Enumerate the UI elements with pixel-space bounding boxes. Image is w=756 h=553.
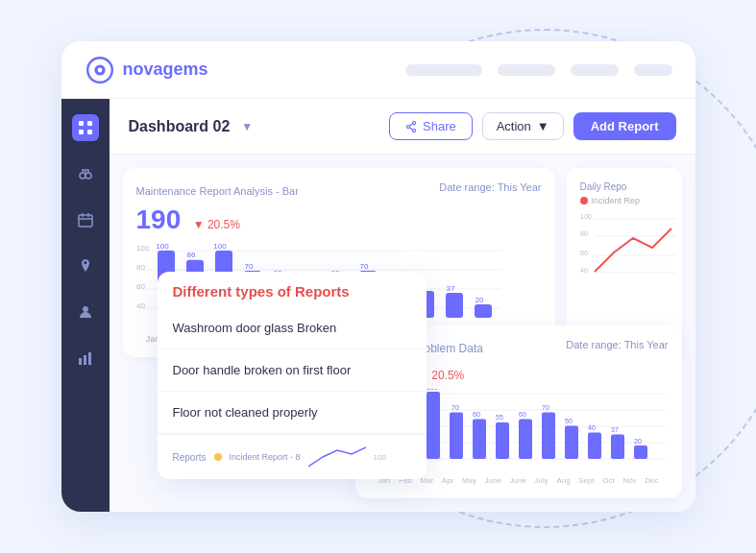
share-icon: [405, 121, 417, 132]
svg-text:37: 37: [446, 284, 454, 293]
bottom-mini-chart: [308, 443, 366, 471]
svg-text:80: 80: [136, 263, 145, 272]
action-label: Action: [497, 119, 531, 133]
sidebar: [61, 99, 110, 512]
main-card: novagems: [61, 41, 695, 512]
svg-rect-81: [473, 419, 486, 459]
svg-rect-85: [519, 419, 532, 459]
reports-dropdown-title: Different types of Reports: [158, 272, 427, 307]
svg-text:55: 55: [496, 414, 503, 421]
bottom-reports-title: Reports: [173, 452, 207, 463]
analyze-daterange: Date range: This Year: [566, 339, 668, 350]
logo-area: novagems: [85, 55, 238, 85]
svg-rect-83: [496, 422, 509, 459]
svg-text:100: 100: [213, 242, 227, 251]
svg-text:40: 40: [136, 301, 145, 310]
svg-rect-41: [446, 293, 463, 318]
svg-text:60: 60: [580, 250, 588, 256]
svg-text:20: 20: [634, 438, 642, 445]
svg-rect-77: [427, 392, 440, 459]
svg-rect-95: [634, 445, 647, 459]
share-label: Share: [423, 119, 456, 133]
svg-text:20: 20: [475, 296, 483, 304]
incident-label: Incident Report - 8: [230, 452, 301, 462]
placeholder-3: [571, 64, 619, 76]
incident-legend-label: Incident Rep: [592, 196, 641, 205]
report-item-2[interactable]: Door handle broken on first floor: [158, 349, 427, 392]
svg-rect-79: [450, 412, 463, 459]
svg-text:70: 70: [451, 404, 459, 411]
sidebar-icon-location[interactable]: [72, 252, 99, 279]
svg-text:60: 60: [473, 411, 480, 418]
svg-line-22: [409, 127, 412, 130]
svg-rect-6: [87, 130, 92, 134]
action-button[interactable]: Action ▼: [482, 112, 564, 140]
svg-rect-5: [79, 130, 84, 134]
incident-dot: [214, 453, 222, 461]
svg-text:40: 40: [580, 267, 588, 274]
header-actions: Share Action ▼ Add Report: [389, 112, 676, 140]
svg-rect-93: [611, 435, 624, 460]
svg-point-14: [83, 306, 88, 312]
svg-rect-91: [588, 432, 601, 459]
svg-text:50: 50: [565, 418, 573, 424]
svg-rect-3: [79, 121, 84, 126]
svg-text:70: 70: [359, 262, 368, 271]
report-item-1[interactable]: Washroom door glass Broken: [158, 307, 427, 349]
bottom-100-label: 100: [374, 453, 386, 462]
svg-rect-87: [542, 412, 555, 459]
svg-rect-10: [79, 215, 92, 227]
sidebar-icon-grid[interactable]: [72, 114, 99, 141]
svg-text:60: 60: [136, 282, 145, 291]
sidebar-icon-chart[interactable]: [72, 345, 99, 372]
sidebar-icon-calendar[interactable]: [72, 206, 99, 233]
maintenance-chart-daterange: Date range: This Year: [439, 181, 541, 193]
svg-point-2: [97, 67, 102, 72]
top-bar-placeholders: [238, 64, 672, 76]
svg-rect-4: [87, 121, 92, 126]
add-report-label: Add Report: [591, 119, 659, 133]
svg-rect-17: [88, 352, 91, 365]
logo-icon: [85, 55, 115, 85]
add-report-button[interactable]: Add Report: [573, 112, 676, 140]
svg-text:37: 37: [611, 426, 619, 433]
content-area: Dashboard 02 ▼ Share Acti: [61, 99, 695, 512]
chevron-down-icon: ▼: [241, 120, 253, 133]
action-chevron-icon: ▼: [537, 119, 549, 133]
sidebar-icon-user[interactable]: [72, 299, 99, 325]
main-panel: Dashboard 02 ▼ Share Acti: [110, 99, 695, 512]
svg-text:80: 80: [580, 230, 588, 237]
svg-text:100: 100: [427, 389, 438, 391]
svg-rect-16: [84, 355, 86, 365]
incident-legend-dot: [580, 197, 588, 204]
maintenance-total: 190: [136, 204, 182, 235]
svg-point-7: [80, 173, 85, 179]
dashboard-title: Dashboard 02: [129, 118, 231, 135]
sidebar-icon-binoculars[interactable]: [72, 160, 99, 187]
placeholder-2: [498, 64, 555, 76]
svg-text:86: 86: [186, 251, 195, 259]
reports-dropdown-panel: Different types of Reports Washroom door…: [158, 272, 427, 479]
maintenance-chart-title: Maintenance Report Analysis - Bar: [136, 185, 299, 197]
svg-rect-15: [79, 358, 82, 365]
svg-text:100: 100: [156, 242, 169, 251]
svg-text:100: 100: [136, 244, 150, 252]
svg-text:60: 60: [519, 411, 526, 418]
daily-report-title: Daily Repo: [580, 181, 669, 192]
dashboard-header: Dashboard 02 ▼ Share Acti: [110, 99, 695, 155]
svg-rect-89: [565, 425, 578, 459]
placeholder-1: [405, 64, 482, 76]
placeholder-4: [634, 64, 672, 76]
svg-line-21: [409, 123, 412, 126]
svg-text:100: 100: [580, 213, 592, 220]
daily-chart-svg: 100 80 60 40: [580, 209, 676, 286]
report-item-3[interactable]: Floor not cleaned properly: [158, 392, 427, 434]
svg-text:40: 40: [588, 424, 596, 431]
logo-text: novagems: [123, 60, 208, 80]
svg-text:70: 70: [244, 262, 253, 271]
svg-rect-42: [475, 304, 492, 318]
svg-point-8: [85, 173, 91, 179]
share-button[interactable]: Share: [389, 112, 473, 140]
maintenance-change: 20.5%: [193, 218, 240, 231]
top-bar: novagems: [61, 41, 695, 99]
